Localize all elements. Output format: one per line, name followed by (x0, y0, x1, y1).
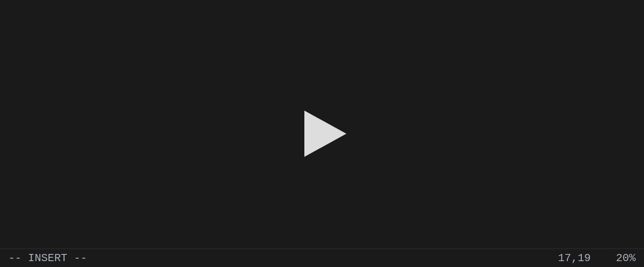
cursor-position: 17,19 (558, 252, 591, 264)
play-button[interactable] (297, 108, 347, 159)
play-icon (304, 111, 346, 157)
scroll-percent: 20% (616, 252, 636, 264)
editor-container: -- INSERT -- 17,19 20% (0, 0, 644, 267)
status-bar: -- INSERT -- 17,19 20% (0, 248, 644, 267)
insert-mode-label: -- INSERT -- (8, 252, 87, 264)
